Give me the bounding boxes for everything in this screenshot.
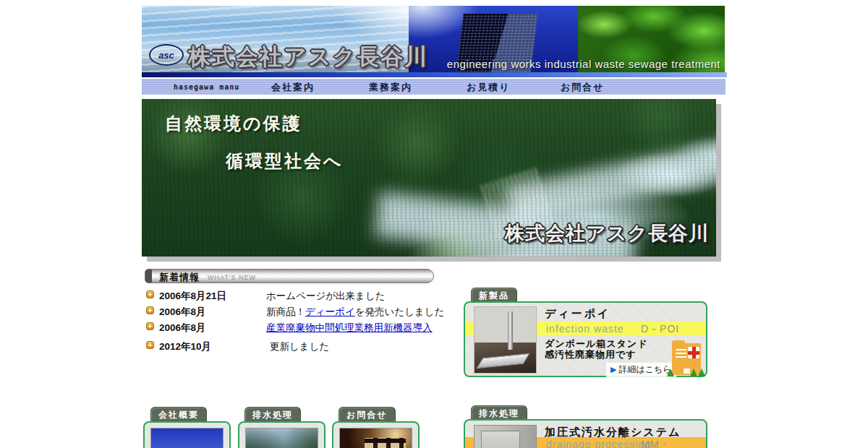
news-date: 2006年8月21日 bbox=[159, 290, 226, 303]
red-cross-icon bbox=[688, 347, 699, 358]
quick-link-contact[interactable] bbox=[332, 421, 420, 448]
logo-text: asc bbox=[158, 50, 174, 61]
arrow-right-icon: ▶ bbox=[610, 365, 616, 374]
keypad-keys-shape bbox=[365, 438, 406, 448]
highlight-left-label: infection waste bbox=[546, 323, 624, 335]
news-date: 2012年10月 bbox=[159, 340, 211, 353]
news-row: + 2012年10月 更新しました bbox=[145, 340, 477, 353]
new-product-box: ディーポイ infection waste D－POI ダンボール箱スタンド 感… bbox=[464, 301, 707, 377]
nav-item-contact[interactable]: お問合せ bbox=[561, 81, 605, 94]
separator-machine-photo bbox=[474, 425, 537, 448]
news-text-plain: を発売いたしました bbox=[355, 306, 445, 317]
news-subtitle: WHAT'S NEW bbox=[208, 274, 256, 281]
news-row: + 2006年8月 新商品！ディーポイを発売いたしました bbox=[145, 306, 477, 319]
drainage-product-box: 加圧式汚水分離システム drainage processing MM・TMill… bbox=[464, 419, 707, 448]
asc-logo-icon: asc bbox=[149, 44, 184, 66]
product-title: ディーポイ bbox=[545, 307, 610, 321]
news-text: 産業廃棄物中間処理業務用新機器導入 bbox=[266, 322, 433, 335]
news-row: + 2006年8月 産業廃棄物中間処理業務用新機器導入 bbox=[145, 322, 477, 335]
news-link[interactable]: 産業廃棄物中間処理業務用新機器導入 bbox=[266, 322, 433, 333]
header-tagline: engineering works industrial waste sewag… bbox=[447, 58, 720, 70]
city-skyline-photo bbox=[150, 428, 224, 448]
hero-image: 自然環境の保護 循環型社会へ 株式会社アスク長谷川 bbox=[142, 99, 716, 257]
news-header-bar: 新着情報 WHAT'S NEW bbox=[145, 269, 434, 283]
tree-icon bbox=[667, 369, 674, 376]
blue-divider-strip bbox=[142, 72, 727, 77]
photo-stand-pole-shape bbox=[508, 311, 513, 350]
mountain-valley-photo bbox=[245, 428, 318, 448]
news-header-cap bbox=[145, 270, 152, 283]
product-description-line2: 感汚性廃棄物用です bbox=[545, 348, 637, 361]
plus-bullet-icon: + bbox=[146, 290, 154, 298]
detail-link[interactable]: ▶詳細はこちら bbox=[606, 363, 676, 377]
news-text: 更新しました bbox=[270, 340, 329, 353]
plus-bullet-icon: + bbox=[146, 322, 154, 330]
news-text: ホームページが出来ました bbox=[266, 290, 386, 303]
main-nav: hasegawa manu 会社案内 業務案内 お見積り お問合せ bbox=[142, 79, 726, 95]
hero-company-caption: 株式会社アスク長谷川 bbox=[505, 220, 709, 246]
dpoi-product-photo bbox=[474, 306, 537, 374]
quick-link-company[interactable] bbox=[143, 421, 231, 448]
news-date: 2006年8月 bbox=[159, 322, 206, 335]
highlight-left-label: drainage processing bbox=[546, 439, 651, 448]
highlight-right-label: MM・TMill=7 bbox=[641, 439, 706, 448]
news-title: 新着情報 bbox=[159, 271, 200, 284]
news-link[interactable]: ディーポイ bbox=[305, 306, 355, 317]
quick-link-drainage[interactable] bbox=[238, 421, 326, 448]
nav-item-estimate[interactable]: お見積り bbox=[467, 81, 511, 94]
highlight-right-label: D－POI bbox=[641, 323, 679, 336]
news-text-plain: 新商品！ bbox=[266, 306, 305, 317]
nav-brand-label: hasegawa manu bbox=[174, 83, 239, 91]
company-name: 株式会社アスク長谷川 bbox=[188, 42, 428, 72]
nav-item-company[interactable]: 会社案内 bbox=[271, 81, 315, 94]
tree-icon bbox=[698, 369, 705, 376]
news-text-plain: ホームページが出来ました bbox=[266, 290, 386, 301]
nav-item-services[interactable]: 業務案内 bbox=[369, 81, 412, 94]
detail-link-label: 詳細はこちら bbox=[618, 364, 671, 374]
hero-slogan-2: 循環型社会へ bbox=[226, 150, 344, 173]
header-banner: asc 株式会社アスク長谷川 engineering works industr… bbox=[142, 6, 725, 72]
news-row: + 2006年8月21日 ホームページが出来ました bbox=[145, 290, 477, 303]
product-title: 加圧式汚水分離システム bbox=[545, 426, 681, 439]
plus-bullet-icon: + bbox=[146, 341, 154, 349]
news-text: 新商品！ディーポイを発売いたしました bbox=[266, 306, 444, 319]
hero-slogan-1: 自然環境の保護 bbox=[165, 112, 302, 135]
phone-keypad-photo bbox=[339, 428, 412, 448]
tree-icon bbox=[690, 369, 697, 376]
page: asc 株式会社アスク長谷川 engineering works industr… bbox=[0, 0, 868, 448]
hospital-icon bbox=[667, 340, 705, 378]
news-text-plain: 更新しました bbox=[270, 341, 329, 352]
news-date: 2006年8月 bbox=[159, 306, 206, 319]
plus-bullet-icon: + bbox=[146, 306, 154, 314]
